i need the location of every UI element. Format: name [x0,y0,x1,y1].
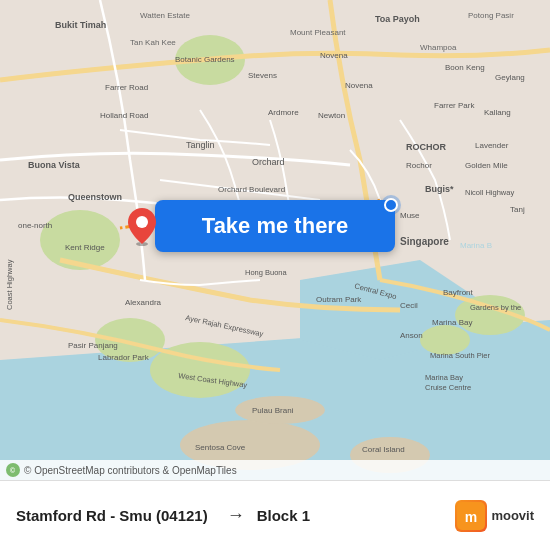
svg-text:Singapore: Singapore [400,236,449,247]
svg-text:Tanglin: Tanglin [186,140,215,150]
svg-text:m: m [465,509,477,525]
svg-text:Kent Ridge: Kent Ridge [65,243,105,252]
svg-text:Rochor: Rochor [406,161,432,170]
svg-point-70 [136,216,148,228]
svg-text:Newton: Newton [318,111,345,120]
svg-text:Muse: Muse [400,211,420,220]
current-location-dot [384,198,398,212]
svg-text:Sentosa Cove: Sentosa Cove [195,443,246,452]
svg-text:Marina South Pier: Marina South Pier [430,351,491,360]
svg-text:Tan Kah Kee: Tan Kah Kee [130,38,176,47]
svg-text:Novena: Novena [320,51,348,60]
svg-text:Watten Estate: Watten Estate [140,11,191,20]
svg-text:Mount Pleasant: Mount Pleasant [290,28,346,37]
svg-text:Holland Road: Holland Road [100,111,148,120]
svg-text:Coral Island: Coral Island [362,445,405,454]
svg-text:Pulau Brani: Pulau Brani [252,406,294,415]
svg-text:Lavender: Lavender [475,141,509,150]
svg-text:Stevens: Stevens [248,71,277,80]
svg-text:Ardmore: Ardmore [268,108,299,117]
location-pin [128,208,156,250]
map-attribution: © © OpenStreetMap contributors & OpenMap… [0,460,550,480]
svg-text:Novena: Novena [345,81,373,90]
bottom-bar: Stamford Rd - Smu (04121) → Block 1 m mo… [0,480,550,550]
svg-text:Toa Payoh: Toa Payoh [375,14,420,24]
svg-text:Whampoa: Whampoa [420,43,457,52]
svg-text:Pasir Panjang: Pasir Panjang [68,341,118,350]
svg-text:Potong Pasir: Potong Pasir [468,11,514,20]
svg-text:Marina Bay: Marina Bay [432,318,472,327]
osm-logo: © [6,463,20,477]
svg-text:Tanj: Tanj [510,205,525,214]
svg-text:Bukit Timah: Bukit Timah [55,20,106,30]
svg-text:Orchard: Orchard [252,157,285,167]
svg-text:Bayfront: Bayfront [443,288,474,297]
svg-text:Marina B: Marina B [460,241,492,250]
take-me-there-button[interactable]: Take me there [155,200,395,252]
svg-text:Orchard Boulevard: Orchard Boulevard [218,185,285,194]
svg-text:Geylang: Geylang [495,73,525,82]
svg-text:©: © [10,467,16,474]
station-name: Stamford Rd - Smu (04121) [16,507,215,524]
map-container: Bukit Timah Watten Estate Toa Payoh Poto… [0,0,550,480]
svg-text:Kallang: Kallang [484,108,511,117]
svg-text:Gardens by the: Gardens by the [470,303,521,312]
destination-name: Block 1 [257,507,456,524]
svg-text:Marina Bay: Marina Bay [425,373,463,382]
svg-text:Cecil: Cecil [400,301,418,310]
svg-text:Farrer Road: Farrer Road [105,83,148,92]
svg-text:Farrer Park: Farrer Park [434,101,475,110]
svg-text:Bugis*: Bugis* [425,184,454,194]
svg-text:ROCHOR: ROCHOR [406,142,446,152]
svg-text:Outram Park: Outram Park [316,295,362,304]
svg-text:Botanic Gardens: Botanic Gardens [175,55,235,64]
svg-text:one-north: one-north [18,221,52,230]
moovit-logo: m moovit [455,500,534,532]
svg-text:Anson: Anson [400,331,423,340]
svg-text:Labrador Park: Labrador Park [98,353,150,362]
svg-text:Alexandra: Alexandra [125,298,162,307]
svg-text:Coast Highway: Coast Highway [5,259,14,310]
svg-text:Hong Buona: Hong Buona [245,268,288,277]
svg-text:Cruise Centre: Cruise Centre [425,383,471,392]
svg-text:Nicoll Highway: Nicoll Highway [465,188,514,197]
svg-text:Boon Keng: Boon Keng [445,63,485,72]
svg-text:Queenstown: Queenstown [68,192,122,202]
svg-text:Golden Mile: Golden Mile [465,161,508,170]
svg-point-7 [40,210,120,270]
svg-text:Buona Vista: Buona Vista [28,160,81,170]
arrow-icon: → [227,505,245,526]
attribution-text: © OpenStreetMap contributors & OpenMapTi… [24,465,237,476]
moovit-logo-icon: m [455,500,487,532]
moovit-text: moovit [491,508,534,523]
